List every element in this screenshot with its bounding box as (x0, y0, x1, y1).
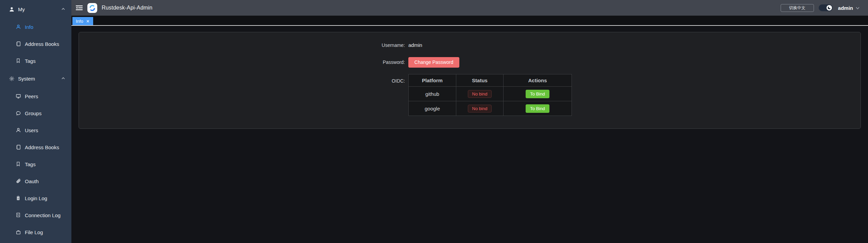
status-cell: No bind (456, 101, 504, 116)
moon-icon (827, 5, 832, 11)
oidc-col-actions: Actions (504, 74, 572, 87)
close-icon[interactable] (86, 19, 90, 23)
user-dropdown[interactable]: admin (838, 5, 860, 11)
sidebar-section-my[interactable]: My (0, 0, 71, 18)
sidebar-item-users[interactable]: Users (0, 122, 71, 139)
sidebar-section-system[interactable]: System (0, 69, 71, 88)
to-bind-button-github[interactable]: To Bind (526, 90, 549, 98)
sidebar-item-label: Tags (25, 58, 36, 64)
app-title: Rustdesk-Api-Admin (102, 5, 152, 11)
username-row: Username: admin (79, 39, 861, 51)
status-badge: No bind (468, 90, 492, 98)
oidc-row-google: googleNo bindTo Bind (409, 101, 572, 116)
paperclip-icon (16, 178, 21, 184)
status-cell: No bind (456, 87, 504, 101)
sidebar-item-label: Connection Log (25, 212, 61, 218)
sidebar-item-label: Oauth (25, 178, 39, 184)
info-panel: Username: admin Password: Change Passwor… (79, 32, 861, 129)
sidebar-item-file-log[interactable]: File Log (0, 224, 71, 241)
oidc-col-platform: Platform (409, 74, 456, 87)
status-badge: No bind (468, 105, 492, 112)
sidebar-item-label: Users (25, 127, 38, 133)
user-icon (16, 127, 21, 133)
user-icon (16, 24, 21, 30)
platform-cell: google (409, 101, 456, 116)
sidebar: MyInfoAddress BooksTagsSystemPeersGroups… (0, 0, 71, 243)
gear-icon (9, 76, 15, 82)
sidebar-item-info[interactable]: Info (0, 18, 71, 35)
top-header: Rustdesk-Api-Admin 切换中文 admin (71, 0, 868, 16)
actions-cell: To Bind (504, 87, 572, 101)
sidebar-item-label: Peers (25, 93, 38, 99)
chevron-down-icon (855, 6, 860, 10)
sidebar-item-connection-log[interactable]: Connection Log (0, 207, 71, 224)
sidebar-section-label: System (18, 76, 61, 82)
change-password-button[interactable]: Change Password (408, 57, 459, 68)
sidebar-item-label: Tags (25, 161, 36, 167)
monitor-icon (16, 93, 21, 99)
bookmark-icon (16, 161, 21, 167)
sidebar-item-label: Login Log (25, 195, 47, 201)
chevron-up-icon (61, 76, 65, 81)
bookmark-icon (16, 58, 21, 64)
sidebar-item-oauth[interactable]: Oauth (0, 173, 71, 190)
address-book-icon (16, 144, 21, 150)
oidc-row: OIDC: Platform Status Actions githubNo b… (79, 74, 861, 116)
oidc-table: Platform Status Actions githubNo bindTo … (408, 74, 572, 116)
theme-toggle[interactable] (819, 4, 833, 11)
sidebar-item-label: Address Books (25, 41, 59, 47)
main-content: Username: admin Password: Change Passwor… (71, 27, 868, 243)
chat-icon (16, 110, 21, 116)
user-name: admin (838, 5, 853, 11)
sidebar-item-label: Groups (25, 110, 41, 116)
sidebar-item-tags[interactable]: Tags (0, 52, 71, 69)
clipboard-icon (16, 195, 21, 201)
sidebar-item-address-books[interactable]: Address Books (0, 139, 71, 156)
password-row: Password: Change Password (79, 56, 861, 68)
app-root: MyInfoAddress BooksTagsSystemPeersGroups… (0, 0, 868, 243)
user-info-form: Username: admin Password: Change Passwor… (79, 32, 861, 116)
actions-cell: To Bind (504, 101, 572, 116)
oidc-col-status: Status (456, 74, 504, 87)
address-book-icon (16, 41, 21, 47)
username-label: Username: (79, 39, 408, 51)
sidebar-item-label: File Log (25, 229, 43, 235)
language-switch-button[interactable]: 切换中文 (781, 4, 814, 12)
oidc-label: OIDC: (79, 74, 408, 88)
oidc-row-github: githubNo bindTo Bind (409, 87, 572, 101)
sidebar-item-groups[interactable]: Groups (0, 105, 71, 122)
tab-label: Info (76, 19, 83, 24)
password-label: Password: (79, 59, 408, 65)
tab-bar: Info (71, 16, 868, 26)
archive-icon (16, 229, 21, 235)
sidebar-collapse-icon[interactable] (76, 5, 83, 11)
sidebar-item-address-books[interactable]: Address Books (0, 35, 71, 52)
sidebar-item-peers[interactable]: Peers (0, 88, 71, 105)
tab-info[interactable]: Info (72, 17, 93, 25)
rustdesk-logo (87, 3, 97, 13)
user-filled-icon (9, 6, 15, 12)
sidebar-item-tags[interactable]: Tags (0, 156, 71, 173)
document-icon (16, 212, 21, 218)
platform-cell: github (409, 87, 456, 101)
sidebar-item-label: Info (25, 24, 33, 30)
sidebar-section-label: My (18, 6, 61, 12)
username-value: admin (408, 39, 422, 51)
to-bind-button-google[interactable]: To Bind (526, 104, 549, 113)
sidebar-item-label: Address Books (25, 144, 59, 150)
chevron-up-icon (61, 7, 65, 11)
sidebar-item-login-log[interactable]: Login Log (0, 190, 71, 207)
